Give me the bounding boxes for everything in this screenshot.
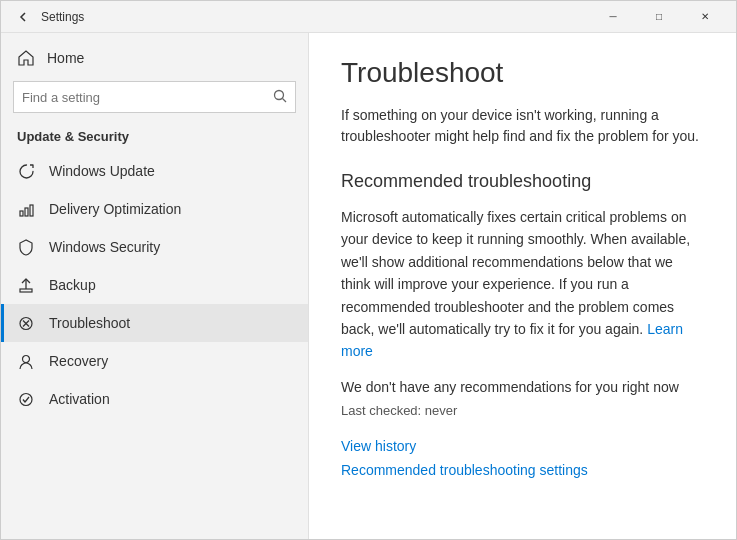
sidebar-item-troubleshoot[interactable]: Troubleshoot xyxy=(1,304,308,342)
sidebar-item-activation-label: Activation xyxy=(49,391,110,407)
sidebar-item-recovery[interactable]: Recovery xyxy=(1,342,308,380)
home-icon xyxy=(17,49,35,67)
sidebar-item-windows-update-label: Windows Update xyxy=(49,163,155,179)
troubleshoot-icon xyxy=(17,314,35,332)
main-panel: Troubleshoot If something on your device… xyxy=(309,33,736,539)
sidebar-item-recovery-label: Recovery xyxy=(49,353,108,369)
sidebar-item-windows-update[interactable]: Windows Update xyxy=(1,152,308,190)
sidebar-item-windows-security[interactable]: Windows Security xyxy=(1,228,308,266)
svg-line-1 xyxy=(283,98,287,102)
windows-update-icon xyxy=(17,162,35,180)
main-content: Home Update & Security xyxy=(1,33,736,539)
sidebar-item-windows-security-label: Windows Security xyxy=(49,239,160,255)
sidebar-item-troubleshoot-label: Troubleshoot xyxy=(49,315,130,331)
sidebar-item-delivery-optimization-label: Delivery Optimization xyxy=(49,201,181,217)
svg-rect-2 xyxy=(20,211,23,216)
title-bar-title: Settings xyxy=(41,10,590,24)
recovery-icon xyxy=(17,352,35,370)
svg-point-11 xyxy=(20,393,32,405)
title-bar: Settings ─ □ ✕ xyxy=(1,1,736,33)
sidebar-item-activation[interactable]: Activation xyxy=(1,380,308,418)
backup-icon xyxy=(17,276,35,294)
maximize-button[interactable]: □ xyxy=(636,1,682,33)
page-title: Troubleshoot xyxy=(341,57,704,89)
back-button[interactable] xyxy=(9,3,37,31)
view-history-link[interactable]: View history xyxy=(341,438,704,454)
delivery-optimization-icon xyxy=(17,200,35,218)
svg-rect-4 xyxy=(30,205,33,216)
sidebar-item-backup-label: Backup xyxy=(49,277,96,293)
svg-point-0 xyxy=(275,90,284,99)
sidebar-item-backup[interactable]: Backup xyxy=(1,266,308,304)
search-icon[interactable] xyxy=(273,89,287,106)
windows-security-icon xyxy=(17,238,35,256)
no-recommendations-text: We don't have any recommendations for yo… xyxy=(341,379,704,395)
search-box[interactable] xyxy=(13,81,296,113)
window-controls: ─ □ ✕ xyxy=(590,1,728,33)
sidebar-item-delivery-optimization[interactable]: Delivery Optimization xyxy=(1,190,308,228)
minimize-button[interactable]: ─ xyxy=(590,1,636,33)
sidebar-section-title: Update & Security xyxy=(1,125,308,152)
search-input[interactable] xyxy=(22,90,273,105)
page-description: If something on your device isn't workin… xyxy=(341,105,704,147)
recommended-section-title: Recommended troubleshooting xyxy=(341,171,704,192)
sidebar-item-home[interactable]: Home xyxy=(1,41,308,75)
svg-rect-6 xyxy=(20,289,32,292)
settings-window: Settings ─ □ ✕ Home xyxy=(0,0,737,540)
svg-rect-3 xyxy=(25,208,28,216)
recommended-section-desc: Microsoft automatically fixes certain cr… xyxy=(341,206,704,363)
activation-icon xyxy=(17,390,35,408)
sidebar-home-label: Home xyxy=(47,50,84,66)
sidebar: Home Update & Security xyxy=(1,33,309,539)
close-button[interactable]: ✕ xyxy=(682,1,728,33)
last-checked-text: Last checked: never xyxy=(341,403,704,418)
svg-point-10 xyxy=(23,355,30,362)
recommended-settings-link[interactable]: Recommended troubleshooting settings xyxy=(341,462,704,478)
recommended-desc-text: Microsoft automatically fixes certain cr… xyxy=(341,209,690,337)
